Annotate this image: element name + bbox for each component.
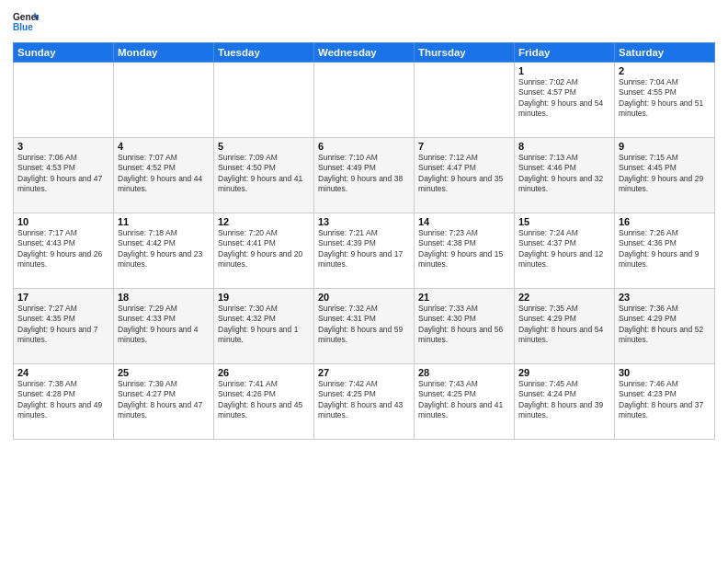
day-number: 15 [518,216,610,227]
day-number: 9 [619,141,711,152]
day-cell: 27Sunrise: 7:42 AMSunset: 4:25 PMDayligh… [314,364,415,440]
day-number: 14 [418,216,510,227]
day-number: 1 [518,65,610,76]
day-info: Sunrise: 7:30 AMSunset: 4:32 PMDaylight:… [218,304,310,346]
day-cell: 8Sunrise: 7:13 AMSunset: 4:46 PMDaylight… [515,138,615,213]
day-cell: 22Sunrise: 7:35 AMSunset: 4:29 PMDayligh… [515,289,615,364]
day-cell: 5Sunrise: 7:09 AMSunset: 4:50 PMDaylight… [214,138,314,213]
day-number: 4 [118,141,210,152]
day-number: 19 [218,292,310,303]
day-cell [214,63,314,138]
logo: General Blue [13,9,44,35]
day-cell: 29Sunrise: 7:45 AMSunset: 4:24 PMDayligh… [515,364,615,440]
col-header-thursday: Thursday [415,43,515,63]
day-number: 30 [619,367,711,378]
day-info: Sunrise: 7:43 AMSunset: 4:25 PMDaylight:… [418,379,510,421]
col-header-wednesday: Wednesday [314,43,415,63]
day-number: 21 [418,292,510,303]
day-info: Sunrise: 7:06 AMSunset: 4:53 PMDaylight:… [17,153,109,195]
day-number: 6 [318,141,410,152]
day-cell: 15Sunrise: 7:24 AMSunset: 4:37 PMDayligh… [515,213,615,289]
page: General Blue SundayMondayTuesdayWednesda… [0,0,728,563]
day-info: Sunrise: 7:18 AMSunset: 4:42 PMDaylight:… [118,228,210,270]
day-info: Sunrise: 7:10 AMSunset: 4:49 PMDaylight:… [318,153,410,195]
day-cell: 25Sunrise: 7:39 AMSunset: 4:27 PMDayligh… [114,364,214,440]
col-header-sunday: Sunday [14,43,114,63]
day-cell: 2Sunrise: 7:04 AMSunset: 4:55 PMDaylight… [615,63,715,138]
svg-text:Blue: Blue [13,22,33,32]
week-row-3: 10Sunrise: 7:17 AMSunset: 4:43 PMDayligh… [14,213,715,289]
day-info: Sunrise: 7:33 AMSunset: 4:30 PMDaylight:… [418,304,510,346]
day-cell: 7Sunrise: 7:12 AMSunset: 4:47 PMDaylight… [415,138,515,213]
day-cell: 4Sunrise: 7:07 AMSunset: 4:52 PMDaylight… [114,138,214,213]
day-info: Sunrise: 7:12 AMSunset: 4:47 PMDaylight:… [418,153,510,195]
day-number: 11 [118,216,210,227]
day-number: 2 [619,65,711,76]
day-number: 12 [218,216,310,227]
col-header-tuesday: Tuesday [214,43,314,63]
day-cell: 3Sunrise: 7:06 AMSunset: 4:53 PMDaylight… [14,138,114,213]
week-row-5: 24Sunrise: 7:38 AMSunset: 4:28 PMDayligh… [14,364,715,440]
day-number: 13 [318,216,410,227]
day-cell: 20Sunrise: 7:32 AMSunset: 4:31 PMDayligh… [314,289,415,364]
day-cell: 12Sunrise: 7:20 AMSunset: 4:41 PMDayligh… [214,213,314,289]
day-cell [14,63,114,138]
calendar: SundayMondayTuesdayWednesdayThursdayFrid… [13,42,715,440]
day-info: Sunrise: 7:32 AMSunset: 4:31 PMDaylight:… [318,304,410,346]
day-number: 7 [418,141,510,152]
day-cell: 6Sunrise: 7:10 AMSunset: 4:49 PMDaylight… [314,138,415,213]
day-info: Sunrise: 7:04 AMSunset: 4:55 PMDaylight:… [619,77,711,120]
day-cell: 10Sunrise: 7:17 AMSunset: 4:43 PMDayligh… [14,213,114,289]
day-info: Sunrise: 7:39 AMSunset: 4:27 PMDaylight:… [118,379,210,421]
logo-icon: General Blue [13,9,39,35]
day-number: 10 [17,216,109,227]
day-cell: 9Sunrise: 7:15 AMSunset: 4:45 PMDaylight… [615,138,715,213]
col-header-monday: Monday [114,43,214,63]
day-number: 24 [17,367,109,378]
day-info: Sunrise: 7:15 AMSunset: 4:45 PMDaylight:… [619,153,711,195]
day-number: 23 [619,292,711,303]
day-number: 26 [218,367,310,378]
day-number: 29 [518,367,610,378]
day-info: Sunrise: 7:26 AMSunset: 4:36 PMDaylight:… [619,228,711,270]
day-cell: 23Sunrise: 7:36 AMSunset: 4:29 PMDayligh… [615,289,715,364]
day-info: Sunrise: 7:02 AMSunset: 4:57 PMDaylight:… [518,77,610,120]
day-info: Sunrise: 7:42 AMSunset: 4:25 PMDaylight:… [318,379,410,421]
day-cell: 11Sunrise: 7:18 AMSunset: 4:42 PMDayligh… [114,213,214,289]
day-info: Sunrise: 7:23 AMSunset: 4:38 PMDaylight:… [418,228,510,270]
calendar-header-row: SundayMondayTuesdayWednesdayThursdayFrid… [14,43,715,63]
day-cell [114,63,214,138]
day-number: 25 [118,367,210,378]
day-info: Sunrise: 7:36 AMSunset: 4:29 PMDaylight:… [619,304,711,346]
day-cell: 13Sunrise: 7:21 AMSunset: 4:39 PMDayligh… [314,213,415,289]
day-info: Sunrise: 7:29 AMSunset: 4:33 PMDaylight:… [118,304,210,346]
day-info: Sunrise: 7:35 AMSunset: 4:29 PMDaylight:… [518,304,610,346]
day-info: Sunrise: 7:45 AMSunset: 4:24 PMDaylight:… [518,379,610,421]
day-number: 3 [17,141,109,152]
day-cell: 28Sunrise: 7:43 AMSunset: 4:25 PMDayligh… [415,364,515,440]
day-cell: 17Sunrise: 7:27 AMSunset: 4:35 PMDayligh… [14,289,114,364]
day-number: 8 [518,141,610,152]
day-cell: 21Sunrise: 7:33 AMSunset: 4:30 PMDayligh… [415,289,515,364]
day-number: 28 [418,367,510,378]
day-cell [314,63,415,138]
day-cell: 18Sunrise: 7:29 AMSunset: 4:33 PMDayligh… [114,289,214,364]
day-number: 16 [619,216,711,227]
day-info: Sunrise: 7:41 AMSunset: 4:26 PMDaylight:… [218,379,310,421]
day-cell [415,63,515,138]
week-row-1: 1Sunrise: 7:02 AMSunset: 4:57 PMDaylight… [14,63,715,138]
day-info: Sunrise: 7:07 AMSunset: 4:52 PMDaylight:… [118,153,210,195]
day-info: Sunrise: 7:46 AMSunset: 4:23 PMDaylight:… [619,379,711,421]
week-row-4: 17Sunrise: 7:27 AMSunset: 4:35 PMDayligh… [14,289,715,364]
day-number: 5 [218,141,310,152]
day-info: Sunrise: 7:09 AMSunset: 4:50 PMDaylight:… [218,153,310,195]
col-header-saturday: Saturday [615,43,715,63]
day-cell: 1Sunrise: 7:02 AMSunset: 4:57 PMDaylight… [515,63,615,138]
day-cell: 26Sunrise: 7:41 AMSunset: 4:26 PMDayligh… [214,364,314,440]
day-cell: 30Sunrise: 7:46 AMSunset: 4:23 PMDayligh… [615,364,715,440]
col-header-friday: Friday [515,43,615,63]
header: General Blue [13,9,715,35]
day-number: 27 [318,367,410,378]
day-cell: 16Sunrise: 7:26 AMSunset: 4:36 PMDayligh… [615,213,715,289]
day-number: 18 [118,292,210,303]
